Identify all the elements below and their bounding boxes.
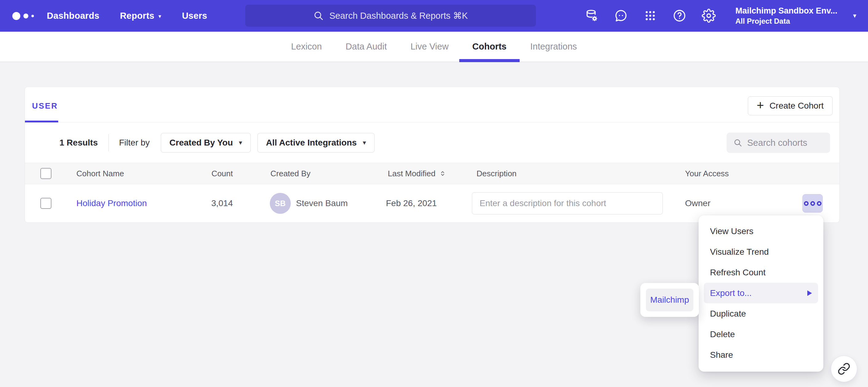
cohort-type-tabstrip: USER + Create Cohort bbox=[25, 87, 839, 122]
nav-item-label: Users bbox=[182, 11, 207, 21]
link-icon bbox=[838, 362, 850, 375]
chevron-down-icon: ▾ bbox=[363, 139, 366, 146]
description-input[interactable] bbox=[472, 192, 663, 214]
column-header-your-access[interactable]: Your Access bbox=[685, 169, 802, 178]
search-icon bbox=[734, 138, 742, 148]
tab-data-audit[interactable]: Data Audit bbox=[346, 32, 387, 62]
tab-user-cohorts[interactable]: USER bbox=[32, 101, 58, 111]
nav-item-label: Reports bbox=[120, 11, 155, 21]
more-dots-icon bbox=[804, 201, 809, 206]
tab-integrations[interactable]: Integrations bbox=[530, 32, 577, 62]
create-cohort-button[interactable]: + Create Cohort bbox=[748, 96, 833, 115]
apps-grid-icon[interactable] bbox=[643, 9, 657, 23]
nav-item-dashboards[interactable]: Dashboards bbox=[47, 11, 99, 21]
filter-label: All Active Integrations bbox=[266, 138, 357, 148]
project-scope: All Project Data bbox=[735, 17, 837, 26]
tab-label: Data Audit bbox=[346, 41, 387, 52]
row-checkbox[interactable] bbox=[40, 198, 52, 209]
chevron-down-icon: ▾ bbox=[239, 139, 242, 146]
project-name: Mailchimp Sandbox Env... bbox=[735, 6, 837, 16]
tab-label: Live View bbox=[411, 41, 449, 52]
cohort-search-input[interactable] bbox=[747, 138, 823, 148]
cohorts-card: USER + Create Cohort 1 Results Filter by… bbox=[25, 87, 840, 223]
cohort-search-box bbox=[726, 133, 830, 153]
feedback-icon[interactable] bbox=[614, 9, 628, 23]
plus-icon: + bbox=[757, 99, 764, 111]
tab-cohorts[interactable]: Cohorts bbox=[472, 32, 506, 62]
menu-item-label: Export to... bbox=[710, 288, 751, 298]
search-icon bbox=[313, 10, 324, 21]
chevron-down-icon: ▾ bbox=[158, 13, 161, 19]
menu-item-visualize-trend[interactable]: Visualize Trend bbox=[699, 242, 823, 262]
tab-label: Cohorts bbox=[472, 41, 506, 52]
data-management-tabs: Lexicon Data Audit Live View Cohorts Int… bbox=[0, 32, 868, 62]
results-count: 1 Results bbox=[59, 138, 98, 148]
nav-item-users[interactable]: Users bbox=[182, 11, 207, 21]
create-cohort-label: Create Cohort bbox=[769, 101, 824, 111]
menu-item-refresh-count[interactable]: Refresh Count bbox=[699, 262, 823, 283]
row-context-menu: View Users Visualize Trend Refresh Count… bbox=[699, 215, 823, 372]
tab-lexicon[interactable]: Lexicon bbox=[291, 32, 322, 62]
cohort-name-link[interactable]: Holiday Promotion bbox=[76, 199, 147, 208]
nav-item-reports[interactable]: Reports ▾ bbox=[120, 11, 161, 21]
access-level: Owner bbox=[685, 199, 802, 208]
column-header-cohort-name[interactable]: Cohort Name bbox=[61, 169, 197, 178]
vertical-divider bbox=[108, 134, 109, 151]
cohorts-page: Dashboards Reports ▾ Users Search Dashbo… bbox=[0, 0, 868, 387]
table-header: Cohort Name Count Created By Last Modifi… bbox=[25, 163, 839, 184]
logo-dot-small bbox=[31, 15, 34, 17]
help-icon[interactable] bbox=[673, 9, 687, 23]
menu-item-share[interactable]: Share bbox=[699, 345, 823, 365]
chevron-down-icon[interactable]: ▾ bbox=[853, 12, 856, 20]
more-dots-icon bbox=[810, 201, 815, 206]
export-submenu: Mailchimp bbox=[640, 283, 699, 317]
tab-label: USER bbox=[32, 101, 58, 110]
column-header-last-modified[interactable]: Last Modified bbox=[386, 169, 472, 178]
global-search-button[interactable]: Search Dashboards & Reports ⌘K bbox=[245, 5, 536, 27]
column-header-label: Last Modified bbox=[388, 169, 436, 178]
filter-by-label: Filter by bbox=[119, 138, 150, 148]
avatar: SB bbox=[270, 193, 291, 214]
filter-bar: 1 Results Filter by Created By You ▾ All… bbox=[25, 122, 839, 163]
global-search-placeholder: Search Dashboards & Reports ⌘K bbox=[329, 10, 468, 21]
tab-label: Lexicon bbox=[291, 41, 322, 52]
select-all-checkbox[interactable] bbox=[40, 168, 52, 179]
top-nav-right: Mailchimp Sandbox Env... All Project Dat… bbox=[585, 6, 856, 26]
filter-integrations-dropdown[interactable]: All Active Integrations ▾ bbox=[257, 133, 375, 152]
more-dots-icon bbox=[817, 201, 822, 206]
nav-item-label: Dashboards bbox=[47, 11, 99, 21]
logo-dot-medium bbox=[23, 13, 28, 19]
column-header-count[interactable]: Count bbox=[197, 169, 233, 178]
mixpanel-logo[interactable] bbox=[12, 12, 39, 20]
logo-dot-large bbox=[12, 12, 20, 20]
column-header-created-by[interactable]: Created By bbox=[233, 169, 386, 178]
top-nav: Dashboards Reports ▾ Users Search Dashbo… bbox=[0, 0, 868, 32]
created-by-cell: SB Steven Baum bbox=[233, 193, 386, 214]
submenu-item-mailchimp[interactable]: Mailchimp bbox=[646, 288, 693, 311]
row-actions-button[interactable] bbox=[802, 194, 823, 213]
menu-item-export-to[interactable]: Export to... bbox=[704, 283, 818, 303]
creator-name: Steven Baum bbox=[296, 199, 348, 208]
cohort-count: 3,014 bbox=[197, 199, 233, 208]
tab-label: Integrations bbox=[530, 41, 577, 52]
data-management-icon[interactable] bbox=[585, 9, 599, 23]
avatar-initials: SB bbox=[275, 199, 286, 208]
tab-live-view[interactable]: Live View bbox=[411, 32, 449, 62]
copy-link-button[interactable] bbox=[831, 356, 857, 382]
settings-icon[interactable] bbox=[702, 9, 716, 23]
submenu-arrow-icon bbox=[807, 290, 812, 296]
last-modified-date: Feb 26, 2021 bbox=[386, 199, 472, 208]
column-header-description[interactable]: Description bbox=[472, 169, 685, 178]
sort-icon bbox=[439, 170, 446, 177]
menu-item-duplicate[interactable]: Duplicate bbox=[699, 303, 823, 324]
menu-item-view-users[interactable]: View Users bbox=[699, 221, 823, 242]
project-switcher[interactable]: Mailchimp Sandbox Env... All Project Dat… bbox=[735, 6, 837, 26]
menu-item-delete[interactable]: Delete bbox=[699, 324, 823, 345]
filter-created-by-dropdown[interactable]: Created By You ▾ bbox=[161, 133, 250, 152]
filter-label: Created By You bbox=[169, 138, 233, 148]
